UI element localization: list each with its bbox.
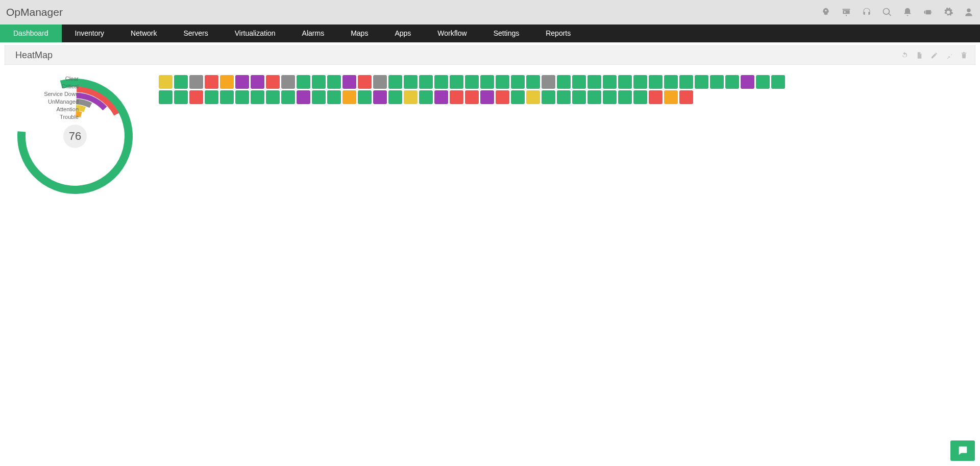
- heatmap-cell[interactable]: [220, 75, 234, 89]
- heatmap-cell[interactable]: [373, 75, 387, 89]
- heatmap-cell[interactable]: [266, 75, 280, 89]
- nav-tab-network[interactable]: Network: [117, 24, 170, 42]
- heatmap-cell[interactable]: [220, 90, 234, 104]
- search-icon[interactable]: [882, 7, 892, 17]
- heatmap-cell[interactable]: [419, 75, 433, 89]
- heatmap-cell[interactable]: [480, 90, 494, 104]
- heatmap-cell[interactable]: [587, 75, 601, 89]
- heatmap-cell[interactable]: [174, 75, 188, 89]
- heatmap-cell[interactable]: [434, 90, 448, 104]
- heatmap-cell[interactable]: [388, 90, 402, 104]
- heatmap-cell[interactable]: [434, 75, 448, 89]
- heatmap-cell[interactable]: [679, 75, 693, 89]
- heatmap-cell[interactable]: [618, 75, 632, 89]
- heatmap-cell[interactable]: [756, 75, 770, 89]
- heatmap-cell[interactable]: [205, 90, 218, 104]
- heatmap-cell[interactable]: [419, 90, 433, 104]
- heatmap-cell[interactable]: [388, 75, 402, 89]
- heatmap-cell[interactable]: [557, 75, 571, 89]
- heatmap-cell[interactable]: [771, 75, 785, 89]
- heatmap-cell[interactable]: [235, 75, 249, 89]
- heatmap-cell[interactable]: [373, 90, 387, 104]
- file-icon[interactable]: [916, 52, 923, 59]
- heatmap-cell[interactable]: [266, 90, 280, 104]
- heatmap-cell[interactable]: [327, 75, 341, 89]
- heatmap-cell[interactable]: [603, 90, 617, 104]
- rocket-icon[interactable]: [821, 7, 831, 17]
- heatmap-cell[interactable]: [297, 90, 310, 104]
- trash-icon[interactable]: [960, 52, 968, 59]
- heatmap-cell[interactable]: [358, 90, 372, 104]
- heatmap-cell[interactable]: [159, 75, 173, 89]
- heatmap-cell[interactable]: [465, 75, 479, 89]
- user-icon[interactable]: [964, 7, 974, 17]
- nav-tab-reports[interactable]: Reports: [532, 24, 584, 42]
- heatmap-cell[interactable]: [251, 90, 264, 104]
- nav-tab-servers[interactable]: Servers: [170, 24, 221, 42]
- heatmap-cell[interactable]: [189, 90, 203, 104]
- heatmap-cell[interactable]: [542, 90, 555, 104]
- heatmap-cell[interactable]: [342, 75, 356, 89]
- heatmap-cell[interactable]: [480, 75, 494, 89]
- heatmap-cell[interactable]: [496, 90, 509, 104]
- heatmap-cell[interactable]: [251, 75, 264, 89]
- heatmap-cell[interactable]: [603, 75, 617, 89]
- heatmap-cell[interactable]: [450, 75, 463, 89]
- nav-tab-virtualization[interactable]: Virtualization: [222, 24, 289, 42]
- nav-tab-alarms[interactable]: Alarms: [289, 24, 338, 42]
- battery-icon[interactable]: [923, 7, 933, 17]
- headset-icon[interactable]: [862, 7, 872, 17]
- heatmap-cell[interactable]: [725, 75, 739, 89]
- heatmap-cell[interactable]: [465, 90, 479, 104]
- heatmap-cell[interactable]: [235, 90, 249, 104]
- heatmap-cell[interactable]: [542, 75, 555, 89]
- heatmap-cell[interactable]: [189, 75, 203, 89]
- heatmap-cell[interactable]: [511, 90, 525, 104]
- refresh-icon[interactable]: [901, 52, 909, 59]
- edit-icon[interactable]: [930, 52, 938, 59]
- heatmap-cell[interactable]: [649, 90, 663, 104]
- heatmap-cell[interactable]: [312, 75, 326, 89]
- nav-tab-apps[interactable]: Apps: [381, 24, 424, 42]
- heatmap-cell[interactable]: [342, 90, 356, 104]
- heatmap-cell[interactable]: [572, 75, 586, 89]
- heatmap-cell[interactable]: [281, 90, 295, 104]
- heatmap-cell[interactable]: [649, 75, 663, 89]
- presentation-icon[interactable]: [841, 7, 851, 17]
- heatmap-cell[interactable]: [297, 75, 310, 89]
- heatmap-cell[interactable]: [633, 90, 647, 104]
- nav-tab-maps[interactable]: Maps: [337, 24, 381, 42]
- heatmap-cell[interactable]: [572, 90, 586, 104]
- heatmap-cell[interactable]: [664, 75, 678, 89]
- heatmap-cell[interactable]: [710, 75, 724, 89]
- heatmap-cell[interactable]: [358, 75, 372, 89]
- heatmap-cell[interactable]: [679, 90, 693, 104]
- heatmap-cell[interactable]: [159, 90, 173, 104]
- heatmap-cell[interactable]: [664, 90, 678, 104]
- bell-icon[interactable]: [902, 7, 913, 17]
- heatmap-cell[interactable]: [557, 90, 571, 104]
- heatmap-cell[interactable]: [327, 90, 341, 104]
- heatmap-cell[interactable]: [450, 90, 463, 104]
- heatmap-cell[interactable]: [618, 90, 632, 104]
- heatmap-cell[interactable]: [511, 75, 525, 89]
- heatmap-cell[interactable]: [695, 75, 708, 89]
- heatmap-cell[interactable]: [174, 90, 188, 104]
- heatmap-cell[interactable]: [281, 75, 295, 89]
- heatmap-cell[interactable]: [205, 75, 218, 89]
- heatmap-cell[interactable]: [587, 90, 601, 104]
- heatmap-cell[interactable]: [741, 75, 754, 89]
- gear-icon[interactable]: [943, 7, 953, 17]
- heatmap-cell[interactable]: [526, 75, 540, 89]
- heatmap-cell[interactable]: [526, 90, 540, 104]
- heatmap-cell[interactable]: [496, 75, 509, 89]
- heatmap-cell[interactable]: [312, 90, 326, 104]
- heatmap-cell[interactable]: [633, 75, 647, 89]
- heatmap-cell[interactable]: [404, 75, 418, 89]
- nav-tab-inventory[interactable]: Inventory: [62, 24, 118, 42]
- nav-tab-settings[interactable]: Settings: [480, 24, 533, 42]
- nav-tab-dashboard[interactable]: Dashboard: [0, 24, 62, 42]
- pin-icon[interactable]: [945, 52, 953, 59]
- nav-tab-workflow[interactable]: Workflow: [424, 24, 480, 42]
- heatmap-cell[interactable]: [404, 90, 418, 104]
